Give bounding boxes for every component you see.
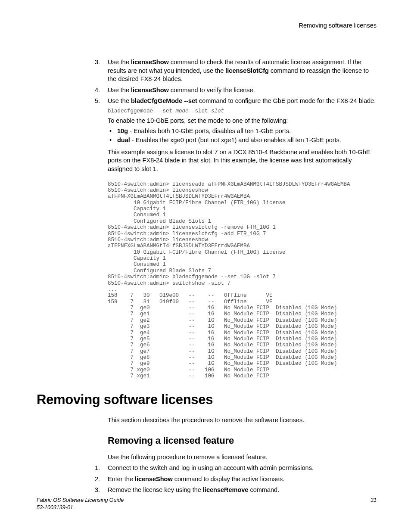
section-heading: Removing software licenses: [37, 391, 377, 409]
bullet-term: 10g: [117, 128, 128, 134]
footer-docnum: 53-1003139-01: [37, 504, 377, 511]
step-number: 3.: [95, 486, 100, 495]
text-fragment: Enter the: [108, 476, 135, 482]
command-name: licenseSlotCfg: [225, 67, 269, 74]
step-text: Use the licenseShow command to verify th…: [108, 87, 255, 93]
bullet-list: 10g - Enables both 10-GbE ports, disable…: [108, 127, 377, 145]
paragraph: Use the following procedure to remove a …: [108, 453, 377, 462]
main-content: 3. Use the licenseShow command to check …: [37, 58, 377, 497]
step-text: Remove the license key using the license…: [108, 486, 279, 493]
running-header: Removing software licenses: [299, 22, 377, 30]
step-text: Connect to the switch and log in using a…: [108, 464, 314, 471]
step-3b: 3. Remove the license key using the lice…: [37, 486, 377, 495]
step-text: Use the licenseShow command to check the…: [108, 59, 369, 82]
text-fragment: Use the: [108, 59, 131, 65]
bullet-desc: - Enables the xge0 port (but not xge1) a…: [130, 137, 341, 143]
code-keyword: mode: [176, 108, 189, 114]
code-text: -slot: [189, 108, 212, 114]
step-list-b: 1. Connect to the switch and log in usin…: [37, 464, 377, 495]
page-footer: 31 Fabric OS Software Licensing Guide 53…: [37, 497, 377, 511]
text-fragment: Use the: [108, 97, 131, 104]
step-2: 2. Enter the licenseShow command to disp…: [37, 475, 377, 484]
command-name: licenseRemove: [203, 486, 249, 493]
bullet-item: 10g - Enables both 10-GbE ports, disable…: [108, 127, 377, 136]
step-1: 1. Connect to the switch and log in usin…: [37, 464, 377, 473]
code-syntax: bladecfggemode --set mode -slot slot: [108, 108, 377, 114]
subsection: Removing a licensed feature Use the foll…: [37, 434, 377, 495]
paragraph: This section describes the procedures to…: [108, 416, 377, 425]
text-fragment: Use the: [108, 87, 131, 93]
text-fragment: command to display the active licenses.: [173, 476, 285, 482]
code-keyword: slot: [211, 108, 224, 114]
step-number: 3.: [95, 58, 100, 67]
bullet-term: dual: [117, 137, 130, 143]
code-text: bladecfggemode --set: [108, 108, 176, 114]
text-fragment: command to configure the GbE port mode f…: [197, 97, 376, 104]
text-fragment: command.: [248, 486, 279, 493]
step-number: 2.: [95, 475, 100, 484]
paragraph: This example assigns a license to slot 7…: [108, 148, 377, 174]
bullet-item: dual - Enables the xge0 port (but not xg…: [108, 136, 377, 145]
step-text: Use the bladeCfgGeMode --set command to …: [108, 97, 376, 104]
step-5: 5. Use the bladeCfgGeMode --set command …: [37, 97, 377, 106]
code-example: 8510-4switch:admin> licenseadd aTFPNFXGL…: [108, 181, 377, 380]
bullet-desc: - Enables both 10-GbE ports, disables al…: [128, 128, 291, 134]
subsection-heading: Removing a licensed feature: [108, 434, 377, 447]
command-name: bladeCfgGeMode --set: [131, 97, 197, 104]
step-number: 5.: [95, 97, 100, 106]
text-fragment: Remove the license key using the: [108, 486, 203, 493]
step-number: 4.: [95, 86, 100, 95]
step-4: 4. Use the licenseShow command to verify…: [37, 86, 377, 95]
step-5-detail: bladecfggemode --set mode -slot slot To …: [108, 108, 377, 380]
section-body: This section describes the procedures to…: [108, 416, 377, 425]
step-text: Enter the licenseShow command to display…: [108, 476, 284, 482]
page-number: 31: [371, 497, 377, 504]
paragraph: To enable the 10-GbE ports, set the mode…: [108, 117, 377, 125]
command-name: licenseShow: [135, 476, 173, 482]
step-3: 3. Use the licenseShow command to check …: [37, 58, 377, 84]
step-list-a: 3. Use the licenseShow command to check …: [37, 58, 377, 106]
command-name: licenseShow: [131, 87, 169, 93]
footer-title: Fabric OS Software Licensing Guide: [37, 497, 377, 504]
text-fragment: command to verify the license.: [169, 87, 255, 93]
command-name: licenseShow: [131, 59, 169, 65]
step-number: 1.: [95, 464, 100, 473]
